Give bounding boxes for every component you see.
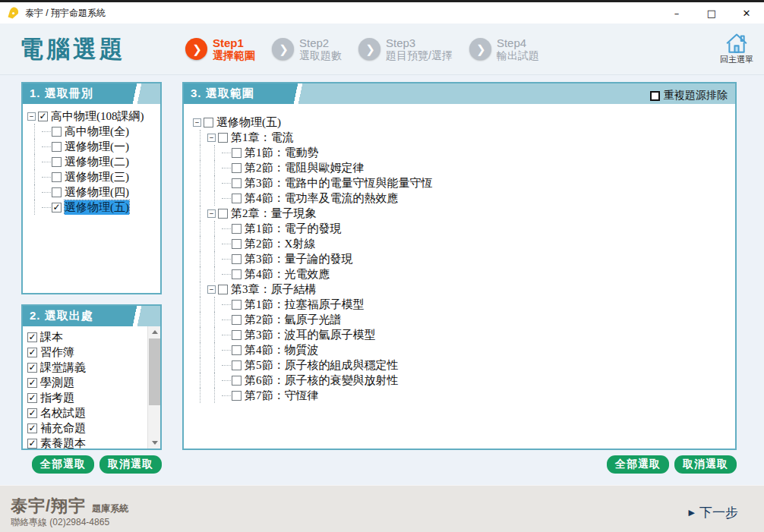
- tree-item[interactable]: 第5節：原子核的組成與穩定性: [193, 357, 734, 373]
- tree-item-label[interactable]: 第5節：原子核的組成與穩定性: [245, 358, 399, 373]
- collapse-toggle-icon[interactable]: −: [207, 209, 216, 218]
- checkbox[interactable]: ✓: [27, 348, 37, 357]
- tree-item[interactable]: 第3節：量子論的發現: [193, 251, 734, 266]
- tree-item[interactable]: 第2節：氫原子光譜: [193, 312, 734, 327]
- tree-item-label[interactable]: 第4節：光電效應: [245, 267, 330, 282]
- checkbox[interactable]: [218, 285, 228, 294]
- tree-item-label[interactable]: 第1節：拉塞福原子模型: [245, 297, 365, 312]
- source-item[interactable]: ✓學測題: [27, 375, 145, 390]
- tree-item-label[interactable]: 選修物理(一): [65, 140, 129, 154]
- deselect-button[interactable]: 取消選取: [99, 455, 162, 474]
- tree-item[interactable]: 選修物理(四): [27, 184, 159, 200]
- tree-item-label[interactable]: 第3章：原子結構: [231, 282, 317, 297]
- collapse-toggle-icon[interactable]: −: [27, 112, 36, 121]
- tree-item[interactable]: 第4節：電功率及電流的熱效應: [193, 190, 734, 206]
- checkbox[interactable]: [232, 254, 242, 264]
- checkbox[interactable]: [232, 330, 242, 340]
- checkbox[interactable]: [52, 187, 62, 197]
- checkbox[interactable]: [232, 163, 242, 173]
- tree-item[interactable]: 第3節：電路中的電量守恆與能量守恆: [193, 175, 734, 190]
- checkbox[interactable]: [52, 157, 62, 167]
- next-step-button[interactable]: ▶ 下一步: [689, 504, 738, 521]
- step-1[interactable]: ❯ Step1 選擇範圍: [185, 36, 255, 61]
- checkbox[interactable]: [52, 142, 62, 152]
- checkbox[interactable]: [218, 209, 228, 219]
- tree-item[interactable]: −✓高中物理(108課綱): [27, 109, 159, 124]
- deselect-button[interactable]: 取消選取: [674, 455, 737, 474]
- collapse-toggle-icon[interactable]: −: [207, 134, 216, 142]
- source-item[interactable]: ✓補充命題: [27, 420, 145, 436]
- checkbox[interactable]: [232, 300, 242, 310]
- tree-item[interactable]: 高中物理(全): [27, 124, 159, 139]
- step-2[interactable]: ❯ Step2 選取題數: [272, 36, 342, 61]
- tree-item-label[interactable]: 第2節：電阻與歐姆定律: [245, 161, 365, 175]
- scrollbar-thumb[interactable]: [149, 338, 160, 405]
- checkbox[interactable]: [232, 194, 242, 203]
- scroll-up-icon[interactable]: [148, 326, 160, 338]
- tree-item-label[interactable]: 第6節：原子核的衰變與放射性: [245, 373, 399, 388]
- tree-item[interactable]: −選修物理(五): [193, 115, 734, 130]
- checkbox[interactable]: [52, 172, 62, 182]
- tree-item[interactable]: 第1節：電子的發現: [193, 221, 734, 236]
- step-3[interactable]: ❯ Step3 題目預覽/選擇: [358, 36, 453, 61]
- scroll-down-icon[interactable]: [148, 437, 160, 449]
- checkbox[interactable]: [204, 118, 213, 127]
- tree-item[interactable]: −第1章：電流: [193, 130, 734, 145]
- checkbox[interactable]: ✓: [38, 112, 48, 121]
- step-4[interactable]: ❯ Step4 輸出試題: [469, 36, 539, 61]
- tree-item[interactable]: 第4節：光電效應: [193, 266, 734, 282]
- checkbox[interactable]: [232, 239, 242, 249]
- source-item[interactable]: ✓素養題本: [27, 436, 145, 449]
- tree-item-label[interactable]: 高中物理(108課綱): [51, 109, 144, 124]
- home-button[interactable]: 回主選單: [720, 33, 753, 65]
- checkbox[interactable]: ✓: [27, 332, 37, 342]
- tree-item-label[interactable]: 第3節：量子論的發現: [245, 252, 353, 266]
- checkbox[interactable]: [232, 345, 242, 355]
- tree-item-label[interactable]: 第2節：氫原子光譜: [245, 313, 342, 327]
- tree-item[interactable]: 第2節：電阻與歐姆定律: [193, 160, 734, 175]
- checkbox[interactable]: ✓: [27, 363, 37, 373]
- tree-item[interactable]: −第2章：量子現象: [193, 206, 734, 221]
- tree-item-label[interactable]: 第1章：電流: [231, 131, 294, 145]
- tree-item-label[interactable]: 選修物理(四): [65, 185, 129, 200]
- source-item[interactable]: ✓課本: [27, 329, 145, 345]
- tree-item-label[interactable]: 選修物理(二): [65, 155, 129, 169]
- checkbox[interactable]: ✓: [27, 393, 37, 403]
- tree-item-label[interactable]: 高中物理(全): [65, 124, 129, 139]
- minimize-button[interactable]: –: [659, 2, 694, 24]
- tree-item[interactable]: 第7節：守恆律: [193, 388, 734, 403]
- tree-item-label[interactable]: 第2節：X射線: [245, 237, 315, 251]
- tree-item[interactable]: 第1節：拉塞福原子模型: [193, 297, 734, 312]
- tree-item-label[interactable]: 第3節：電路中的電量守恆與能量守恆: [245, 176, 433, 190]
- collapse-toggle-icon[interactable]: −: [207, 285, 216, 294]
- close-button[interactable]: ✕: [729, 2, 764, 24]
- tree-item[interactable]: ✓選修物理(五): [27, 200, 159, 215]
- tree-item[interactable]: 第3節：波耳的氫原子模型: [193, 327, 734, 342]
- select-all-button[interactable]: 全部選取: [32, 455, 94, 474]
- checkbox[interactable]: [232, 315, 242, 325]
- tree-item-label[interactable]: 第4節：物質波: [245, 343, 319, 357]
- collapse-toggle-icon[interactable]: −: [193, 118, 201, 127]
- maximize-button[interactable]: □: [694, 2, 729, 24]
- checkbox[interactable]: [52, 127, 62, 137]
- tree-item-label[interactable]: 選修物理(三): [65, 170, 129, 184]
- tree-item[interactable]: −第3章：原子結構: [193, 282, 734, 297]
- tree-item-label[interactable]: 第3節：波耳的氫原子模型: [245, 328, 376, 342]
- tree-item-label[interactable]: 第1節：電子的發現: [245, 222, 342, 236]
- tree-item[interactable]: 第4節：物質波: [193, 342, 734, 357]
- checkbox[interactable]: ✓: [27, 423, 37, 433]
- checkbox[interactable]: [232, 224, 242, 234]
- tree-item[interactable]: 第6節：原子核的衰變與放射性: [193, 373, 734, 388]
- checkbox[interactable]: [218, 133, 228, 143]
- tree-item-label[interactable]: 第7節：守恆律: [245, 389, 319, 403]
- checkbox[interactable]: [232, 148, 242, 158]
- tree-item[interactable]: 第1節：電動勢: [193, 145, 734, 160]
- tree-item-label[interactable]: 第2章：量子現象: [231, 206, 317, 221]
- checkbox[interactable]: ✓: [27, 408, 37, 418]
- tree-item[interactable]: 第2節：X射線: [193, 236, 734, 251]
- tree-item[interactable]: 選修物理(三): [27, 169, 159, 184]
- checkbox[interactable]: [232, 269, 242, 279]
- tree-item[interactable]: 選修物理(二): [27, 154, 159, 169]
- checkbox[interactable]: [650, 91, 660, 101]
- checkbox[interactable]: [232, 178, 242, 188]
